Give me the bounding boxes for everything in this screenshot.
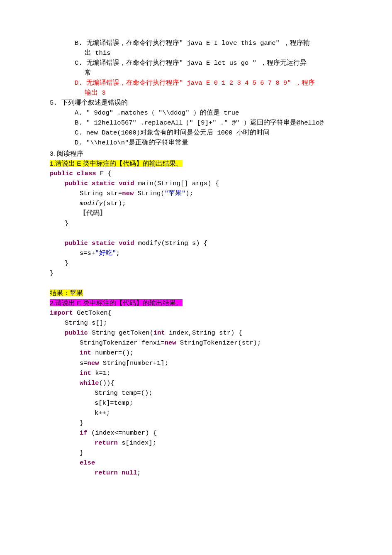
code-line: }	[50, 448, 342, 458]
opt-label: A.	[75, 109, 83, 117]
opt-label: C.	[75, 129, 83, 137]
code-line: }	[50, 218, 342, 228]
q5-option-a: A. " 9dog" .matches（ "\\ddog" ）的值是 true	[50, 108, 342, 118]
opt-label: D.	[75, 79, 83, 87]
code-marker: 【代码】	[50, 208, 342, 218]
q5-text: 下列哪个叙述是错误的	[61, 99, 128, 107]
opt-text: " 9dog" .matches（ "\\ddog" ）的值是 true	[86, 109, 239, 117]
q5-num: 5.	[50, 99, 58, 107]
code-line: public static void main(String[] args) {	[50, 178, 342, 188]
highlight-pink: 2.请说出 E 类中标注的【代码】的输出结果。	[50, 299, 183, 306]
code-line: modify(str);	[50, 198, 342, 208]
code-line: }	[50, 418, 342, 428]
q4-option-b-cont: 出 this	[50, 48, 342, 58]
opt-text: new Date(1000)对象含有的时间是公元后 1000 小时的时间	[86, 129, 270, 137]
opt-label: B.	[75, 39, 83, 47]
result-1: 结果：苹果	[50, 288, 342, 298]
section-3-heading: 3. 阅读程序	[50, 149, 342, 159]
code-line: return null;	[50, 468, 342, 478]
code-line: String temp=();	[50, 388, 342, 398]
code-line: }	[50, 258, 342, 268]
q5-option-b: B. " 12hello567" .replaceAll（" [9]+" ." …	[50, 118, 342, 128]
opt-text: "\\hello\n"是正确的字符串常量	[86, 139, 188, 147]
code-line: String str=new String("苹果");	[50, 188, 342, 198]
code-line: StringTokenizer fenxi=new StringTokenize…	[50, 338, 342, 348]
code-line: while()){	[50, 378, 342, 388]
problem-2-heading: 2.请说出 E 类中标注的【代码】的输出结果。	[50, 298, 342, 308]
code-line: s=new String[number+1];	[50, 358, 342, 368]
q4-option-c: C. 无编译错误，在命令行执行程序" java E let us go " ，程…	[50, 58, 342, 68]
code-line: int number=();	[50, 348, 342, 358]
opt-text: 无编译错误，在命令行执行程序" java E let us go " ，程序无运…	[86, 59, 307, 67]
q5-option-c: C. new Date(1000)对象含有的时间是公元后 1000 小时的时间	[50, 128, 342, 138]
code-line: else	[50, 458, 342, 468]
code-line: int k=1;	[50, 368, 342, 378]
code-line: s[k]=temp;	[50, 398, 342, 408]
q4-option-c-cont: 常	[50, 68, 342, 78]
page: B. 无编译错误，在命令行执行程序" java E I love this ga…	[0, 0, 392, 555]
blank-line	[50, 278, 342, 288]
q4-option-d: D. 无编译错误，在命令行执行程序" java E 0 1 2 3 4 5 6 …	[50, 78, 342, 88]
code-line: return s[index];	[50, 438, 342, 448]
code-line: import GetToken{	[50, 308, 342, 318]
opt-text: 无编译错误，在命令行执行程序" java E 0 1 2 3 4 5 6 7 8…	[86, 79, 315, 87]
code-line: s=s+"好吃";	[50, 248, 342, 258]
opt-label: B.	[75, 119, 83, 127]
q5-stem: 5. 下列哪个叙述是错误的	[50, 98, 342, 108]
highlight-yellow: 1.请说出 E 类中标注的【代码】的输出结果。	[50, 160, 183, 167]
q4-option-d-cont: 输出 3	[50, 88, 342, 98]
code-line: public class E {	[50, 169, 342, 178]
code-block-1: public class E { public static void main…	[50, 169, 342, 278]
highlight-yellow: 结果：苹果	[50, 289, 83, 296]
opt-text: 无编译错误，在命令行执行程序" java E I love this game"…	[86, 39, 310, 47]
q5-option-d: D. "\\hello\n"是正确的字符串常量	[50, 138, 342, 148]
opt-label: C.	[75, 59, 83, 67]
opt-label: D.	[75, 139, 83, 147]
problem-1-heading: 1.请说出 E 类中标注的【代码】的输出结果。	[50, 159, 342, 169]
opt-text: " 12hello567" .replaceAll（" [9]+" ." @" …	[86, 119, 324, 127]
q4-option-b: B. 无编译错误，在命令行执行程序" java E I love this ga…	[50, 38, 342, 48]
code-block-2: import GetToken{ String s[]; public Stri…	[50, 308, 342, 477]
code-line: }	[50, 268, 342, 278]
code-line: k++;	[50, 408, 342, 418]
code-line: if (index<=number) {	[50, 428, 342, 438]
code-line: public static void modify(String s) {	[50, 238, 342, 248]
code-line: String s[];	[50, 318, 342, 328]
blank-line	[50, 228, 342, 238]
code-line: public String getToken(int index,String …	[50, 328, 342, 338]
